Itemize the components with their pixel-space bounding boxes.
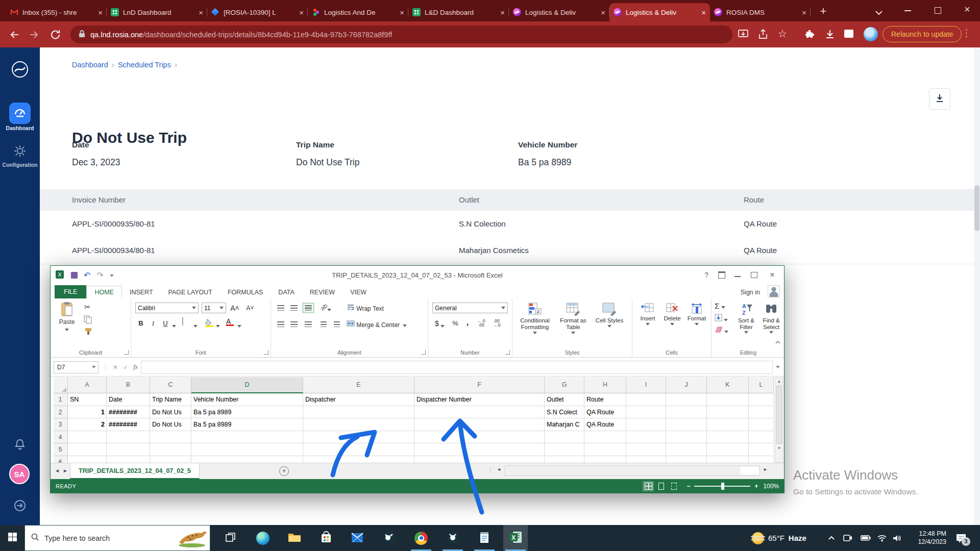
- scroll-down-icon[interactable]: ▼: [775, 444, 783, 452]
- zoom-in-button[interactable]: +: [754, 483, 758, 490]
- font-name-combo[interactable]: Calibri: [135, 303, 199, 313]
- enter-icon[interactable]: ✓: [123, 364, 128, 371]
- orientation-dropdown[interactable]: [327, 306, 331, 313]
- autosum-button[interactable]: Σ: [715, 302, 725, 310]
- action-center-icon[interactable]: 3: [955, 525, 967, 551]
- vscroll-thumb[interactable]: [776, 386, 782, 444]
- ribbon-tab-insert[interactable]: INSERT: [122, 286, 161, 298]
- zoom-level[interactable]: 100%: [763, 483, 779, 490]
- tab-close-icon[interactable]: ×: [500, 8, 505, 17]
- meet-now-icon[interactable]: [843, 525, 852, 551]
- tray-chevron[interactable]: [828, 525, 835, 551]
- font-size-combo[interactable]: 11: [202, 303, 226, 313]
- align-right-icon[interactable]: [303, 319, 314, 330]
- alignment-dialog-launcher[interactable]: [421, 350, 426, 355]
- task-view-button[interactable]: [218, 525, 243, 551]
- user-avatar[interactable]: SA: [9, 464, 30, 484]
- font-color-icon[interactable]: A: [226, 317, 234, 326]
- excel-minimize-icon[interactable]: [734, 276, 741, 277]
- insert-cells-button[interactable]: Insert: [636, 303, 659, 325]
- bold-button[interactable]: B: [135, 318, 146, 329]
- conditional-formatting-button[interactable]: ≠ Conditional Formatting: [517, 303, 553, 334]
- hscroll-thumb[interactable]: [506, 467, 741, 474]
- hscroll-right-icon[interactable]: ►: [763, 467, 768, 472]
- extensions-icon[interactable]: [804, 29, 816, 41]
- battery-icon[interactable]: [861, 525, 871, 551]
- bookmark-star-icon[interactable]: ☆: [778, 28, 790, 40]
- fill-color-icon[interactable]: [205, 318, 214, 329]
- tab-figma[interactable]: Logistics And De ×: [308, 3, 408, 21]
- number-format-combo[interactable]: General: [432, 303, 508, 313]
- window-restore-button[interactable]: [935, 7, 941, 14]
- underline-button[interactable]: U: [160, 318, 171, 329]
- tab-logistics-active[interactable]: Logistics & Deliv ×: [609, 3, 710, 21]
- percent-button[interactable]: %: [450, 318, 461, 329]
- worksheet-grid[interactable]: ABCDEFGHIJKL 123456 SN Date Trip Name Ve…: [54, 377, 774, 463]
- decrease-decimal-icon[interactable]: .00→.0: [493, 319, 501, 327]
- wifi-icon[interactable]: [877, 525, 887, 551]
- cancel-icon[interactable]: ✕: [113, 364, 118, 371]
- install-icon[interactable]: [738, 29, 750, 41]
- grow-font-button[interactable]: A˄: [229, 303, 240, 313]
- fullscreen-icon[interactable]: [718, 271, 725, 279]
- excel-close-icon[interactable]: ×: [770, 270, 775, 280]
- font-dialog-launcher[interactable]: [264, 350, 268, 355]
- ribbon-tab-home[interactable]: HOME: [86, 286, 122, 298]
- table-row[interactable]: APPL-SI/0000935/80-81 S.N Colection QA R…: [40, 211, 974, 238]
- ribbon-tab-formulas[interactable]: FORMULAS: [220, 286, 271, 298]
- increase-decimal-icon[interactable]: ←.0.00: [477, 319, 485, 327]
- tab-rosia-dms[interactable]: ROSIA DMS ×: [710, 3, 811, 21]
- cell-styles-button[interactable]: Cell Styles: [593, 303, 626, 328]
- paste-button[interactable]: Paste: [55, 302, 79, 333]
- page-layout-view-button[interactable]: [655, 481, 667, 491]
- number-dialog-launcher[interactable]: [505, 350, 510, 355]
- format-as-table-button[interactable]: Format as Table: [555, 303, 591, 334]
- format-cells-button[interactable]: Format: [685, 303, 708, 325]
- normal-view-button[interactable]: [643, 481, 654, 491]
- table-row[interactable]: APPL-SI/0000934/80-81 Maharjan Cosmetics…: [40, 237, 974, 264]
- taskbar-app-rondje-2[interactable]: [440, 525, 465, 551]
- download-trip-button[interactable]: [929, 88, 950, 110]
- underline-dropdown[interactable]: [172, 322, 176, 329]
- delete-cells-button[interactable]: Delete: [661, 303, 683, 325]
- logout-icon[interactable]: [13, 499, 27, 514]
- copy-icon[interactable]: [83, 315, 92, 325]
- taskbar-search-box[interactable]: Type here to search: [24, 525, 210, 551]
- taskbar-app-rondje-1[interactable]: [377, 525, 401, 551]
- clear-button[interactable]: [715, 326, 728, 335]
- tab-ld-dashboard[interactable]: L&D Dashboard ×: [408, 3, 509, 21]
- taskbar-edge[interactable]: [251, 525, 275, 551]
- sheet-nav-right-icon[interactable]: ►: [63, 468, 68, 473]
- currency-dropdown[interactable]: [440, 322, 445, 329]
- merge-center-button[interactable]: Merge & Center: [347, 320, 407, 329]
- borders-icon[interactable]: [182, 317, 183, 325]
- insert-function-icon[interactable]: fx: [133, 363, 138, 371]
- volume-icon[interactable]: [893, 525, 902, 551]
- back-button[interactable]: [8, 29, 20, 41]
- breadcrumb-dashboard[interactable]: Dashboard: [72, 61, 108, 69]
- window-close-button[interactable]: ×: [964, 4, 970, 15]
- wrap-text-button[interactable]: Wrap Text: [347, 304, 384, 312]
- tab-close-icon[interactable]: ×: [400, 8, 404, 17]
- ribbon-tab-view[interactable]: VIEW: [342, 286, 374, 298]
- font-color-dropdown[interactable]: [237, 322, 241, 329]
- ribbon-tab-data[interactable]: DATA: [271, 286, 302, 298]
- taskbar-file-explorer[interactable]: [282, 525, 307, 551]
- increase-indent-icon[interactable]: [331, 319, 342, 330]
- help-icon[interactable]: ?: [704, 271, 708, 279]
- start-button[interactable]: [0, 525, 24, 551]
- taskbar-store[interactable]: [314, 525, 338, 551]
- fill-color-dropdown[interactable]: [216, 322, 220, 329]
- align-middle-icon[interactable]: [288, 303, 300, 313]
- column-headers[interactable]: ABCDEFGHIJKL: [54, 377, 774, 393]
- taskbar-clock[interactable]: 12:48 PM 12/4/2023: [910, 525, 946, 551]
- tab-lnd-dashboard[interactable]: LnD Dashboard ×: [107, 3, 207, 21]
- share-icon[interactable]: [757, 29, 770, 41]
- select-all-corner[interactable]: [54, 377, 68, 393]
- browser-menu-icon[interactable]: ⋮: [962, 27, 974, 39]
- window-minimize-button[interactable]: [904, 10, 911, 11]
- align-center-icon[interactable]: [288, 319, 300, 330]
- sidebar-item-dashboard[interactable]: [9, 103, 31, 124]
- breadcrumb-scheduled-trips[interactable]: Scheduled Trips: [118, 61, 171, 69]
- align-left-icon[interactable]: [275, 319, 286, 330]
